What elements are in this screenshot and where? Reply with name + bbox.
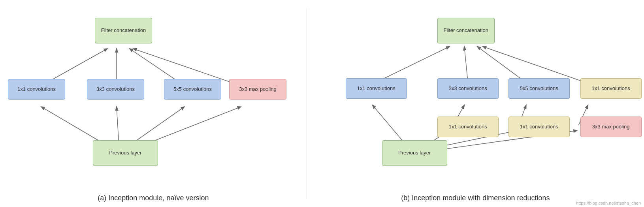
caption-a: (a) Inception module, naïve version xyxy=(98,191,209,207)
maxpool-b: 3x3 max pooling xyxy=(580,117,642,137)
caption-b: (b) Inception module with dimension redu… xyxy=(401,191,550,207)
conv3x3-a: 3x3 convolutions xyxy=(87,79,144,100)
conv5x5-a: 5x5 convolutions xyxy=(164,79,221,100)
conv1x1-out-b: 1x1 convolutions xyxy=(580,78,642,99)
filter-concat-b: Filter concatenation xyxy=(437,18,495,43)
conv3x3-b: 3x3 convolutions xyxy=(437,78,499,99)
conv5x5-b: 5x5 convolutions xyxy=(508,78,570,99)
diagram-b-section: Filter concatenation 1x1 convolutions 3x… xyxy=(307,0,644,207)
prev-layer-b: Previous layer xyxy=(382,140,447,166)
watermark: https://blog.csdn.net/stesha_chen xyxy=(576,201,641,205)
main-container: Filter concatenation 1x1 convolutions 3x… xyxy=(0,0,644,207)
maxpool-a: 3x3 max pooling xyxy=(229,79,286,100)
prev-layer-a: Previous layer xyxy=(93,140,158,166)
filter-concat-a: Filter concatenation xyxy=(95,18,152,43)
diagram-a-section: Filter concatenation 1x1 convolutions 3x… xyxy=(0,0,307,207)
conv1x1-reduce2-b: 1x1 convolutions xyxy=(508,117,570,137)
conv1x1-direct-b: 1x1 convolutions xyxy=(346,78,407,99)
conv1x1-reduce1-b: 1x1 convolutions xyxy=(437,117,499,137)
diagram-a-area: Filter concatenation 1x1 convolutions 3x… xyxy=(0,0,307,191)
conv1x1-a: 1x1 convolutions xyxy=(8,79,65,100)
diagram-b-area: Filter concatenation 1x1 convolutions 3x… xyxy=(307,0,644,191)
